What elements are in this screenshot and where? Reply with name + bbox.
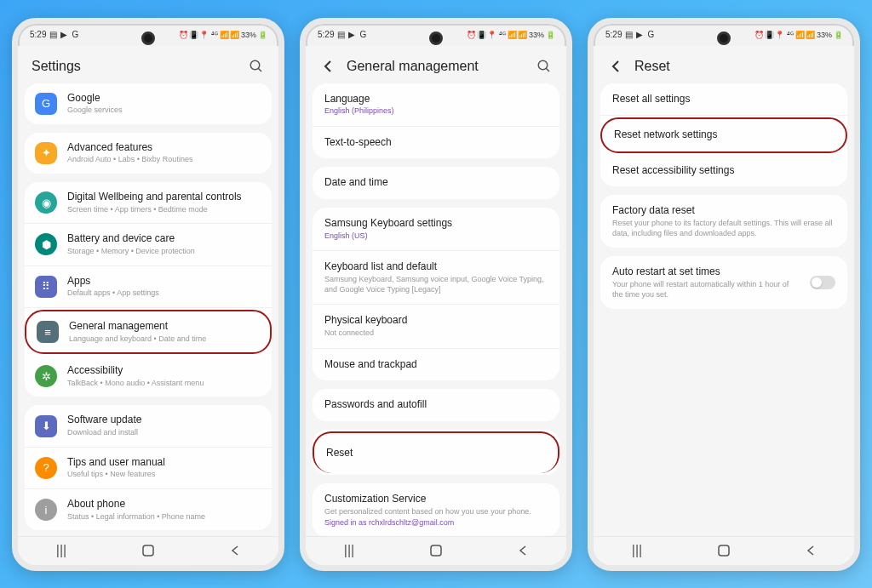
signal-icon: 📶 [508, 31, 517, 39]
nav-bar: ||| [18, 536, 278, 565]
alarm-icon: ⏰ [755, 31, 764, 39]
nav-home[interactable] [419, 542, 453, 559]
gm-row-keyboard-list[interactable]: Keyboard list and default Samsung Keyboa… [313, 251, 559, 305]
search-button[interactable] [536, 58, 553, 75]
wifi-icon: ⁴ᴳ [786, 31, 795, 39]
reset-row-network[interactable]: Reset network settings [600, 117, 847, 153]
reset-row-all[interactable]: Reset all settings [600, 83, 847, 117]
alarm-icon: ⏰ [180, 31, 188, 39]
phone-reset: 5:29 ▤ ▶ G ⏰ 📳 📍 ⁴ᴳ 📶 📶 33% 🔋 Reset Re [588, 18, 860, 571]
page-title: General management [347, 59, 525, 74]
svg-point-0 [250, 60, 260, 70]
status-bar: 5:29 ▤ ▶ G ⏰ 📳 📍 ⁴ᴳ 📶 📶 33% 🔋 [594, 24, 854, 46]
battery-care-icon: ⬢ [35, 233, 57, 255]
gm-row-tts[interactable]: Text-to-speech [313, 127, 559, 159]
chevron-left-icon [321, 60, 335, 73]
nav-back[interactable] [506, 542, 540, 559]
signal2-icon: 📶 [806, 31, 815, 39]
reset-row-auto-restart[interactable]: Auto restart at set times Your phone wil… [600, 256, 847, 309]
google-icon: G [35, 93, 57, 115]
battery-icon: 🔋 [258, 31, 267, 39]
phone-settings: 5:29 ▤ ▶ G ⏰ 📳 📍 ⁴ᴳ 📶 📶 33% 🔋 Settings [12, 18, 284, 571]
back-button[interactable] [607, 58, 624, 75]
gm-row-reset[interactable]: Reset [313, 431, 559, 474]
svg-line-4 [546, 68, 549, 71]
battery-text: 33% [817, 31, 832, 39]
battery-text: 33% [241, 31, 256, 39]
search-button[interactable] [248, 58, 265, 75]
settings-row-tips[interactable]: ? Tips and user manual Useful tips • New… [25, 448, 272, 489]
page-title: Reset [634, 59, 840, 74]
nav-recents[interactable]: ||| [620, 542, 654, 559]
page-title: Settings [32, 59, 238, 74]
battery-icon: 🔋 [546, 31, 554, 39]
gm-row-mouse[interactable]: Mouse and trackpad [313, 349, 559, 381]
nav-bar: ||| [306, 536, 566, 565]
settings-row-google[interactable]: G Google Google services [25, 83, 272, 124]
svg-rect-2 [143, 545, 153, 556]
reset-row-factory[interactable]: Factory data reset Reset your phone to i… [600, 195, 847, 248]
settings-row-software-update[interactable]: ⬇ Software update Download and install [25, 405, 272, 447]
svg-rect-6 [719, 545, 729, 556]
accessibility-icon: ✲ [35, 365, 57, 387]
google-icon: G [359, 31, 367, 39]
signal-icon: 📶 [796, 31, 805, 39]
nav-back[interactable] [794, 542, 828, 559]
auto-restart-toggle[interactable] [810, 276, 835, 289]
back-button[interactable] [319, 58, 336, 75]
settings-row-accessibility[interactable]: ✲ Accessibility TalkBack • Mono audio • … [25, 356, 272, 397]
settings-row-general-management[interactable]: ≡ General management Language and keyboa… [25, 310, 272, 354]
svg-rect-5 [431, 545, 441, 556]
status-time: 5:29 [30, 30, 46, 39]
gallery-icon: ▤ [49, 31, 57, 39]
signal-icon: 📶 [221, 31, 229, 39]
battery-text: 33% [529, 31, 544, 39]
nav-bar: ||| [594, 536, 854, 565]
gallery-icon: ▤ [624, 31, 633, 39]
location-icon: 📍 [776, 31, 784, 39]
settings-row-wellbeing[interactable]: ◉ Digital Wellbeing and parental control… [25, 182, 272, 224]
settings-row-battery[interactable]: ⬢ Battery and device care Storage • Memo… [25, 224, 272, 265]
wifi-icon: ⁴ᴳ [210, 31, 219, 39]
update-icon: ⬇ [35, 415, 57, 437]
status-bar: 5:29 ▤ ▶ G ⏰ 📳 📍 ⁴ᴳ 📶 📶 33% 🔋 [306, 24, 566, 46]
nav-recents[interactable]: ||| [44, 542, 78, 559]
settings-row-apps[interactable]: ⠿ Apps Default apps • App settings [25, 266, 272, 308]
youtube-icon: ▶ [60, 31, 68, 39]
nav-home[interactable] [131, 542, 165, 559]
about-icon: i [35, 499, 57, 521]
signal2-icon: 📶 [519, 31, 527, 39]
gallery-icon: ▤ [336, 31, 345, 39]
status-bar: 5:29 ▤ ▶ G ⏰ 📳 📍 ⁴ᴳ 📶 📶 33% 🔋 [18, 24, 278, 46]
location-icon: 📍 [488, 31, 496, 39]
advanced-icon: ✦ [35, 142, 57, 164]
vibrate-icon: 📳 [190, 31, 198, 39]
svg-point-3 [538, 60, 548, 70]
settings-row-about[interactable]: i About phone Status • Legal information… [25, 489, 272, 530]
nav-home[interactable] [707, 542, 741, 559]
svg-line-1 [258, 68, 261, 71]
signal2-icon: 📶 [231, 31, 239, 39]
chevron-left-icon [609, 60, 622, 73]
gm-row-passwords[interactable]: Passwords and autofill [313, 389, 559, 421]
status-time: 5:29 [318, 30, 334, 39]
alarm-icon: ⏰ [468, 31, 476, 39]
location-icon: 📍 [200, 31, 209, 39]
phone-general-management: 5:29 ▤ ▶ G ⏰ 📳 📍 ⁴ᴳ 📶 📶 33% 🔋 General ma… [300, 18, 572, 571]
nav-back[interactable] [218, 542, 252, 559]
settings-row-advanced[interactable]: ✦ Advanced features Android Auto • Labs … [25, 133, 272, 174]
search-icon [536, 59, 552, 74]
reset-row-accessibility[interactable]: Reset accessibility settings [600, 155, 847, 187]
wellbeing-icon: ◉ [35, 191, 57, 214]
general-icon: ≡ [37, 321, 59, 343]
gm-row-physical-keyboard[interactable]: Physical keyboard Not connected [313, 305, 559, 348]
vibrate-icon: 📳 [478, 31, 486, 39]
nav-recents[interactable]: ||| [332, 542, 366, 559]
gm-row-language[interactable]: Language English (Philippines) [313, 83, 559, 127]
gm-row-customization[interactable]: Customization Service Get personalized c… [313, 483, 559, 535]
youtube-icon: ▶ [347, 31, 356, 39]
wifi-icon: ⁴ᴳ [498, 31, 507, 39]
gm-row-samsung-keyboard[interactable]: Samsung Keyboard settings English (US) [313, 208, 559, 251]
search-icon [249, 59, 264, 74]
gm-row-datetime[interactable]: Date and time [313, 167, 559, 199]
